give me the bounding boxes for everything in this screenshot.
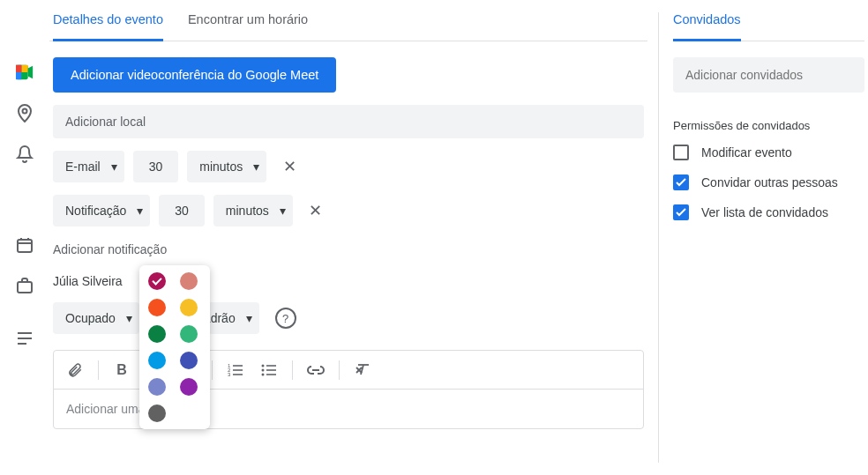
organizer-row: Júlia Silveira	[53, 272, 647, 290]
separator	[339, 360, 340, 380]
svg-point-22	[262, 364, 265, 367]
svg-rect-5	[18, 240, 32, 252]
perm-seelist-label: Ver lista de convidados	[701, 205, 828, 219]
busy-label: Ocupado	[65, 311, 116, 325]
color-swatch[interactable]	[148, 299, 166, 316]
busy-select[interactable]: Ocupado▾	[53, 302, 139, 334]
chevron-down-icon: ▾	[126, 311, 132, 325]
perm-invite-label: Convidar outras pessoas	[701, 175, 838, 189]
notif2-value-input[interactable]: 30	[159, 195, 205, 226]
tab-details[interactable]: Detalhes do evento	[53, 12, 163, 41]
clear-format-button[interactable]	[347, 354, 378, 386]
perm-see-guest-list[interactable]: Ver lista de convidados	[673, 204, 864, 220]
svg-rect-9	[18, 282, 32, 293]
location-icon	[16, 104, 34, 122]
notification-row-1: E-mail▾ 30 minutos▾ ✕	[53, 151, 647, 182]
perm-modify-label: Modificar evento	[701, 145, 792, 160]
svg-point-23	[262, 368, 265, 371]
checkbox-checked[interactable]	[673, 204, 689, 220]
notif2-remove-button[interactable]: ✕	[302, 197, 330, 225]
tabs-bar: Detalhes do evento Encontrar um horário	[49, 0, 647, 41]
link-button[interactable]	[300, 354, 332, 386]
tab-find-time[interactable]: Encontrar um horário	[188, 12, 308, 41]
notif2-unit-label: minutos	[226, 204, 269, 218]
add-meet-button[interactable]: Adicionar videoconferência do Google Mee…	[53, 57, 336, 93]
notif2-type-select[interactable]: Notificação▾	[53, 195, 150, 226]
notif1-unit-select[interactable]: minutos▾	[187, 151, 266, 182]
color-picker-popup	[139, 265, 210, 429]
color-swatch[interactable]	[180, 325, 198, 343]
perm-invite-others[interactable]: Convidar outras pessoas	[673, 174, 864, 190]
calendar-icon	[16, 236, 34, 254]
checkbox-unchecked[interactable]	[673, 145, 689, 160]
color-swatch[interactable]	[180, 378, 198, 396]
notif1-type-label: E-mail	[65, 160, 101, 174]
notif1-value-input[interactable]: 30	[133, 151, 179, 182]
separator	[212, 360, 213, 380]
add-guests-input[interactable]	[673, 57, 864, 93]
help-icon[interactable]: ?	[275, 308, 296, 329]
svg-point-24	[262, 373, 265, 375]
color-swatch[interactable]	[180, 299, 198, 316]
color-swatch[interactable]	[148, 404, 166, 422]
notif2-unit-select[interactable]: minutos▾	[213, 195, 293, 226]
location-input[interactable]	[53, 105, 644, 138]
left-icon-rail	[0, 0, 49, 475]
tab-guests[interactable]: Convidados	[673, 12, 741, 41]
notif2-type-label: Notificação	[65, 204, 126, 218]
separator	[292, 360, 293, 380]
chevron-down-icon: ▾	[111, 160, 117, 174]
description-icon	[16, 330, 34, 347]
chevron-down-icon: ▾	[137, 204, 143, 218]
color-swatch[interactable]	[148, 352, 166, 369]
chevron-down-icon: ▾	[280, 204, 286, 218]
organizer-name: Júlia Silveira	[53, 274, 123, 288]
permissions-title: Permissões de convidados	[673, 119, 864, 132]
notification-row-2: Notificação▾ 30 minutos▾ ✕	[53, 195, 647, 226]
separator	[98, 360, 99, 380]
color-swatch[interactable]	[148, 378, 166, 396]
perm-modify-event[interactable]: Modificar evento	[673, 145, 864, 160]
svg-text:3: 3	[228, 372, 231, 377]
notif1-remove-button[interactable]: ✕	[275, 152, 303, 181]
color-swatch[interactable]	[148, 272, 166, 290]
bold-button[interactable]: B	[106, 354, 138, 386]
guests-panel: Convidados Permissões de convidados Modi…	[659, 0, 868, 475]
bullet-list-button[interactable]	[253, 354, 285, 386]
svg-rect-3	[16, 65, 21, 72]
svg-point-4	[23, 109, 27, 114]
chevron-down-icon: ▾	[253, 160, 259, 174]
main-panel: Detalhes do evento Encontrar um horário …	[49, 0, 658, 475]
notif1-unit-label: minutos	[199, 160, 243, 174]
color-swatch[interactable]	[180, 272, 198, 290]
briefcase-icon	[16, 277, 34, 294]
meet-icon	[16, 63, 34, 81]
attach-button[interactable]	[59, 354, 91, 386]
notif1-type-select[interactable]: E-mail▾	[53, 151, 124, 182]
add-notification-link[interactable]: Adicionar notificação	[53, 239, 647, 260]
color-swatch[interactable]	[180, 352, 198, 369]
checkbox-checked[interactable]	[673, 174, 689, 190]
color-swatch[interactable]	[148, 325, 166, 343]
bell-icon	[16, 145, 34, 162]
numbered-list-button[interactable]: 123	[220, 354, 251, 386]
chevron-down-icon: ▾	[246, 311, 252, 325]
